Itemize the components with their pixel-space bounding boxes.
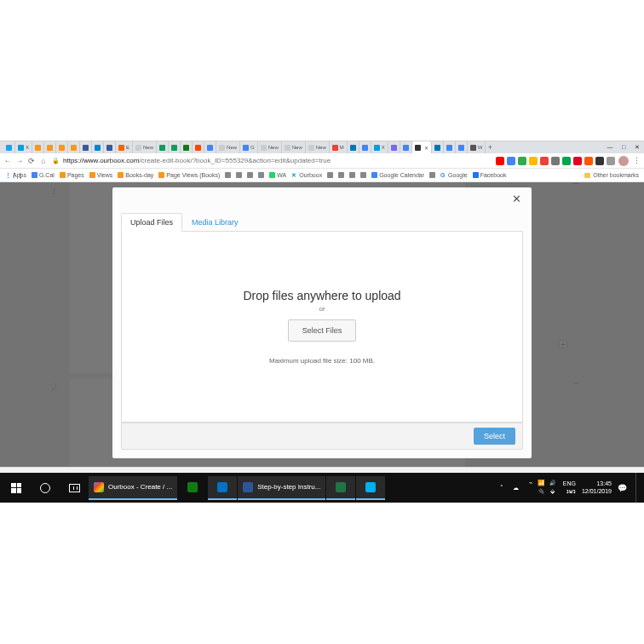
show-desktop[interactable] (635, 473, 639, 503)
browser-tab[interactable]: G (240, 141, 258, 153)
extension-icon[interactable] (584, 157, 593, 165)
other-bookmarks[interactable]: Other bookmarks (584, 172, 639, 178)
browser-tab[interactable] (444, 141, 456, 153)
browser-tab[interactable]: New (282, 141, 306, 153)
browser-tab[interactable]: New (258, 141, 282, 153)
browser-tab[interactable] (44, 141, 56, 153)
bookmark-item[interactable]: Page Views (Books) (158, 172, 220, 178)
extension-icon[interactable] (529, 157, 538, 165)
start-icon[interactable] (2, 473, 31, 503)
extension-icon[interactable] (607, 157, 615, 165)
volume-icon[interactable]: 🔊 (549, 480, 557, 488)
taskbar-app[interactable]: Ourboox - Create / ... (89, 476, 177, 500)
back-icon[interactable]: ← (3, 157, 12, 165)
browser-tab[interactable] (80, 141, 92, 153)
browser-tab[interactable]: M (330, 141, 348, 153)
new-tab-button[interactable]: + (486, 141, 494, 153)
browser-tab[interactable] (432, 141, 444, 153)
tray-chevron-icon[interactable]: ˄ (497, 484, 506, 492)
close-tab-icon[interactable]: ✕ (424, 145, 428, 151)
browser-tab[interactable]: X (371, 141, 388, 153)
bookmark-item[interactable] (429, 172, 435, 178)
upload-dropzone[interactable]: Drop files anywhere to upload or Select … (121, 232, 523, 423)
notifications-icon[interactable]: 💬 (618, 484, 626, 492)
taskbar-app[interactable] (208, 476, 237, 500)
extension-icon[interactable] (551, 157, 560, 165)
taskbar-app[interactable] (356, 476, 385, 500)
bookmark-item[interactable]: GGoogle (440, 172, 468, 178)
browser-tab[interactable]: ✕ (412, 141, 432, 153)
reload-icon[interactable]: ⟳ (27, 157, 36, 165)
url-field[interactable]: https://www.ourboox.com/create-edit-book… (63, 157, 492, 164)
browser-tab[interactable]: W (468, 141, 486, 153)
dropbox-icon[interactable]: ⬙ (549, 488, 557, 497)
bookmark-item[interactable]: Views (89, 172, 113, 178)
bookmark-item[interactable] (349, 172, 355, 178)
browser-tab[interactable] (204, 141, 216, 153)
extension-icon[interactable] (507, 157, 515, 165)
bookmark-item[interactable]: G.Cal (32, 172, 55, 178)
clock[interactable]: 13:45 12/01/2019 (582, 480, 612, 494)
browser-tab[interactable] (388, 141, 400, 153)
extension-icon[interactable] (562, 157, 571, 165)
browser-tab[interactable] (456, 141, 468, 153)
browser-tab[interactable]: X (15, 141, 32, 153)
avatar-icon[interactable] (618, 156, 629, 166)
bookmark-item[interactable]: WA (269, 172, 286, 178)
select-button[interactable]: Select (474, 428, 515, 445)
bookmark-item[interactable]: Pages (60, 172, 84, 178)
forward-icon[interactable]: → (15, 157, 24, 165)
maximize-icon[interactable]: □ (617, 141, 630, 153)
tab-media-library[interactable]: Media Library (182, 213, 248, 232)
browser-tab[interactable] (3, 141, 15, 153)
browser-tab[interactable] (104, 141, 116, 153)
browser-tab[interactable]: E (116, 141, 133, 153)
browser-tab[interactable] (400, 141, 412, 153)
close-icon[interactable]: ✕ (630, 141, 644, 153)
wifi-icon[interactable]: 📶 (538, 480, 546, 488)
extension-icon[interactable] (496, 157, 504, 165)
bookmark-item[interactable] (338, 172, 344, 178)
extension-icon[interactable] (518, 157, 526, 165)
browser-tab[interactable] (68, 141, 80, 153)
home-icon[interactable]: ⌂ (39, 157, 48, 165)
bookmark-item[interactable] (327, 172, 333, 178)
browser-tab[interactable]: New (216, 141, 240, 153)
extension-icon[interactable] (540, 157, 549, 165)
browser-tab[interactable] (169, 141, 181, 153)
bookmark-item[interactable] (247, 172, 253, 178)
browser-tab[interactable] (359, 141, 371, 153)
browser-tab[interactable] (56, 141, 68, 153)
minimize-icon[interactable]: — (603, 141, 617, 153)
tab-upload-files[interactable]: Upload Files (121, 213, 182, 232)
browser-tab[interactable]: New (133, 141, 157, 153)
bookmark-item[interactable] (236, 172, 242, 178)
extension-icon[interactable] (595, 157, 604, 165)
bookmark-item[interactable]: Books-day (118, 172, 153, 178)
bookmark-item[interactable]: ⋮⋮⋮Apps (5, 172, 26, 178)
bookmark-item[interactable]: Google Calendar (371, 172, 424, 178)
taskbar-app[interactable] (178, 476, 207, 500)
bookmark-item[interactable] (258, 172, 264, 178)
onedrive-icon[interactable]: ☁ (512, 484, 520, 492)
taskbar-app[interactable] (326, 476, 355, 500)
close-icon[interactable]: ✕ (512, 193, 521, 205)
cortana-icon[interactable] (31, 473, 60, 503)
task-view-icon[interactable] (60, 473, 89, 503)
language-indicator[interactable]: ENG נשנ (563, 480, 576, 494)
bookmark-item[interactable]: ✕Ourboox (291, 172, 322, 178)
bookmark-item[interactable] (360, 172, 366, 178)
bookmark-item[interactable] (225, 172, 231, 178)
browser-tab[interactable] (32, 141, 44, 153)
select-files-button[interactable]: Select Files (288, 319, 357, 342)
taskbar-app[interactable]: Step-by-step Instru... (238, 476, 325, 500)
battery-icon[interactable]: 🔌 (538, 488, 546, 497)
browser-tab[interactable] (92, 141, 104, 153)
menu-icon[interactable]: ⋮ (632, 157, 641, 165)
browser-tab[interactable] (193, 141, 204, 153)
browser-tab[interactable] (348, 141, 359, 153)
browser-tab[interactable]: New (306, 141, 330, 153)
browser-tab[interactable] (181, 141, 193, 153)
bluetooth-icon[interactable]: ⌁ (526, 480, 535, 488)
bookmark-item[interactable]: Facebook (473, 172, 507, 178)
